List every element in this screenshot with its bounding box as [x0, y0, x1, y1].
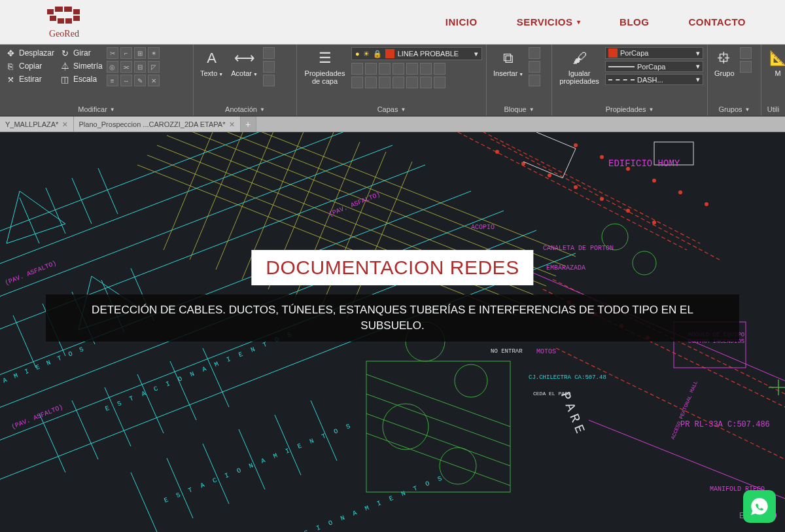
- offset-icon[interactable]: ◎: [107, 61, 118, 73]
- btn-propiedades-capa[interactable]: ☰Propiedades de capa: [301, 47, 349, 86]
- panel-capas-footer[interactable]: Capas▼: [301, 104, 482, 115]
- align-icon[interactable]: ≡: [107, 75, 118, 86]
- erase-icon[interactable]: ✕: [148, 75, 160, 86]
- doc-tab-2[interactable]: Plano_Prospeccion ...CAROZZI_2DA ETAPA*×: [74, 116, 241, 132]
- linetype-combo[interactable]: DASH...▾: [605, 74, 703, 85]
- svg-rect-6: [65, 18, 72, 24]
- attr-block-icon[interactable]: [529, 75, 540, 86]
- layer-del-icon[interactable]: [434, 77, 445, 88]
- btn-escala[interactable]: ◫Escala: [58, 73, 104, 85]
- svg-line-31: [131, 472, 157, 532]
- lbl: Simetría: [73, 62, 103, 71]
- panel-bloque-footer[interactable]: Bloque▼: [491, 104, 548, 115]
- layer-iso-icon[interactable]: [351, 77, 363, 88]
- cad-label-acopio: ACOPIO: [471, 224, 495, 231]
- layer-walk-icon[interactable]: [406, 77, 418, 88]
- doc-tab-1[interactable]: Y_MALLPLAZA*×: [0, 116, 74, 132]
- chevron-down-icon: ▼: [260, 107, 265, 113]
- chevron-down-icon: ▼: [400, 107, 406, 113]
- nav-servicios[interactable]: SERVICIOS▾: [517, 16, 580, 27]
- layer-unlock-icon[interactable]: [392, 77, 404, 88]
- layer-prev-icon[interactable]: [420, 63, 432, 75]
- btn-grupo[interactable]: ⯐Grupo: [712, 47, 737, 79]
- btn-simetria[interactable]: ⏃Simetría: [58, 60, 104, 72]
- btn-acotar[interactable]: ⟷Acotar▼: [228, 47, 260, 79]
- insert-block-icon: ⧉: [498, 48, 518, 68]
- whatsapp-button[interactable]: [743, 490, 776, 523]
- lbl: Grupo: [714, 69, 735, 77]
- chamfer-icon[interactable]: ◸: [148, 61, 160, 73]
- btn-desplazar[interactable]: ✥Desplazar: [4, 47, 56, 59]
- nav-contacto[interactable]: CONTACTO: [688, 16, 746, 27]
- close-icon[interactable]: ×: [62, 119, 67, 130]
- svg-rect-5: [58, 18, 64, 24]
- fillet-icon[interactable]: ⌐: [120, 47, 132, 59]
- svg-line-8: [0, 132, 327, 243]
- lbl: Capas: [377, 105, 398, 113]
- lbl: Bloque: [504, 105, 526, 113]
- nav-inicio[interactable]: INICIO: [445, 16, 478, 27]
- svg-point-45: [455, 364, 487, 397]
- nav-servicios-label: SERVICIOS: [517, 16, 573, 27]
- rotate-icon: ↻: [60, 48, 70, 58]
- lbl: Estirar: [19, 75, 42, 84]
- table-icon[interactable]: [263, 61, 275, 73]
- btn-texto[interactable]: ATexto▼: [198, 47, 226, 79]
- array-icon[interactable]: ⊞: [134, 47, 146, 59]
- chevron-down-icon: ▼: [110, 107, 115, 113]
- btn-measure[interactable]: 📐M: [765, 47, 785, 79]
- document-tabs: Y_MALLPLAZA*× Plano_Prospeccion ...CAROZ…: [0, 116, 785, 132]
- hero-title: DOCUMENTACION REDES: [251, 250, 533, 285]
- chevron-down-icon: ▼: [648, 107, 654, 113]
- layer-thaw-icon[interactable]: [379, 77, 391, 88]
- explode-icon[interactable]: ✶: [148, 47, 160, 59]
- panel-capas: ☰Propiedades de capa ● ☀ 🔒 LINEA PROBABL…: [297, 44, 487, 116]
- lbl: Modificar: [78, 105, 107, 113]
- layer-on-icon[interactable]: [365, 77, 377, 88]
- break-icon[interactable]: ⊟: [134, 61, 146, 73]
- panel-grupos-footer[interactable]: Grupos▼: [712, 104, 757, 115]
- close-icon[interactable]: ×: [229, 119, 234, 130]
- join-icon[interactable]: ⫘: [120, 61, 132, 73]
- panel-modificar-footer[interactable]: Modificar▼: [4, 104, 189, 115]
- leader-icon[interactable]: [263, 47, 275, 59]
- btn-copiar[interactable]: ⎘Copiar: [4, 60, 56, 72]
- nav-blog[interactable]: BLOG: [619, 16, 649, 27]
- panel-util-footer[interactable]: Utili: [765, 104, 781, 115]
- btn-estirar[interactable]: ⤧Estirar: [4, 73, 56, 85]
- layer-lock-icon[interactable]: [379, 63, 391, 75]
- cad-canvas[interactable]: EDIFICIO HOMY (PAV. ASFALTO) (PAV. ASFAL…: [0, 132, 785, 532]
- layer-off-icon[interactable]: [351, 63, 363, 75]
- svg-line-18: [72, 178, 92, 224]
- color-combo[interactable]: PorCapa▾: [605, 47, 703, 59]
- panel-propiedades-footer[interactable]: Propiedades▼: [556, 104, 703, 115]
- lbl: Grupos: [719, 105, 742, 113]
- layer-state-icon[interactable]: [434, 63, 445, 75]
- svg-point-46: [383, 404, 428, 450]
- btn-igualar[interactable]: 🖌Igualar propiedades: [556, 47, 602, 86]
- new-tab-button[interactable]: +: [241, 116, 256, 132]
- layer-make-icon[interactable]: [392, 63, 404, 75]
- whatsapp-icon: [749, 496, 770, 517]
- layer-current-combo[interactable]: ● ☀ 🔒 LINEA PROBABLE ▾: [351, 47, 482, 60]
- layer-freeze-icon[interactable]: [365, 63, 377, 75]
- layer-merge-icon[interactable]: [420, 77, 432, 88]
- trim-icon[interactable]: ✂: [107, 47, 118, 59]
- lineweight-combo[interactable]: PorCapa▾: [605, 61, 703, 72]
- ungroup-icon[interactable]: [740, 47, 752, 59]
- btn-insertar[interactable]: ⧉Insertar▼: [491, 47, 526, 79]
- edit-icon[interactable]: ✎: [134, 75, 146, 86]
- svg-rect-39: [366, 361, 510, 492]
- lengthen-icon[interactable]: ↔: [120, 75, 132, 86]
- lbl: Texto: [200, 69, 217, 77]
- btn-girar[interactable]: ↻Girar: [58, 47, 104, 59]
- edit-block-icon[interactable]: [529, 61, 540, 73]
- panel-anotacion-footer[interactable]: Anotación▼: [198, 104, 292, 115]
- lbl: M: [775, 69, 780, 77]
- layer-match-icon[interactable]: [406, 63, 418, 75]
- svg-point-49: [633, 251, 656, 275]
- cloud-icon[interactable]: [263, 75, 275, 86]
- group-edit-icon[interactable]: [740, 61, 752, 73]
- create-block-icon[interactable]: [529, 47, 540, 59]
- logo[interactable]: GeoRed: [46, 5, 82, 39]
